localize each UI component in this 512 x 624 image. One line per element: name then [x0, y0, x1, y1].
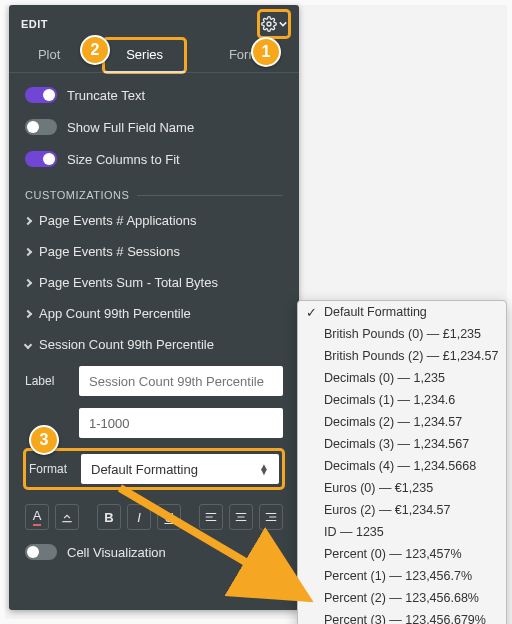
- menu-item[interactable]: Decimals (2) — 1,234.57: [298, 411, 506, 433]
- accordion-label: Page Events # Sessions: [39, 244, 180, 259]
- menu-item[interactable]: Percent (0) — 123,457%: [298, 543, 506, 565]
- chevron-down-icon: [24, 340, 32, 348]
- format-select[interactable]: Default Formatting ▲▼: [81, 454, 279, 484]
- chevron-right-icon: [24, 309, 32, 317]
- text-style-toolbar: A B I U: [9, 494, 299, 536]
- menu-item[interactable]: Decimals (4) — 1,234.5668: [298, 455, 506, 477]
- menu-item[interactable]: Decimals (0) — 1,235: [298, 367, 506, 389]
- range-input[interactable]: [79, 408, 283, 438]
- menu-item[interactable]: British Pounds (0) — £1,235: [298, 323, 506, 345]
- tab-plot[interactable]: Plot: [24, 39, 74, 72]
- menu-item[interactable]: Percent (1) — 123,456.7%: [298, 565, 506, 587]
- bold-button[interactable]: B: [97, 504, 121, 530]
- gear-icon[interactable]: [259, 11, 289, 37]
- select-arrows-icon: ▲▼: [259, 464, 269, 474]
- accordion-label: Session Count 99th Percentile: [39, 337, 214, 352]
- svg-point-0: [267, 22, 271, 26]
- chevron-right-icon: [24, 247, 32, 255]
- toggle-label: Cell Visualization: [67, 545, 166, 560]
- toggle-label: Truncate Text: [67, 88, 145, 103]
- accordion-item[interactable]: App Count 99th Percentile: [9, 298, 299, 329]
- accordion-item[interactable]: Session Count 99th Percentile: [9, 329, 299, 360]
- menu-item[interactable]: Euros (0) — €1,235: [298, 477, 506, 499]
- underline-button[interactable]: U: [157, 504, 181, 530]
- menu-item[interactable]: Decimals (3) — 1,234.567: [298, 433, 506, 455]
- panel-title: EDIT: [21, 18, 48, 30]
- edit-panel: EDIT Plot Series Format Truncate Text Sh…: [9, 5, 299, 610]
- chevron-right-icon: [24, 278, 32, 286]
- fill-color-button[interactable]: [55, 504, 79, 530]
- callout-3: 3: [29, 425, 59, 455]
- accordion-label: App Count 99th Percentile: [39, 306, 191, 321]
- font-color-button[interactable]: A: [25, 504, 49, 530]
- toggle-truncate[interactable]: [25, 87, 57, 103]
- label-input[interactable]: [79, 366, 283, 396]
- accordion-label: Page Events # Applications: [39, 213, 197, 228]
- format-value: Default Formatting: [91, 462, 198, 477]
- menu-item[interactable]: Percent (3) — 123,456.679%: [298, 609, 506, 624]
- toggle-label: Show Full Field Name: [67, 120, 194, 135]
- format-menu: Default Formatting British Pounds (0) — …: [297, 300, 507, 624]
- menu-item[interactable]: Decimals (1) — 1,234.6: [298, 389, 506, 411]
- toggle-fullname[interactable]: [25, 119, 57, 135]
- menu-item[interactable]: ID — 1235: [298, 521, 506, 543]
- accordion-item[interactable]: Page Events # Sessions: [9, 236, 299, 267]
- accordion-item[interactable]: Page Events Sum - Total Bytes: [9, 267, 299, 298]
- align-center-button[interactable]: [229, 504, 253, 530]
- menu-item[interactable]: British Pounds (2) — £1,234.57: [298, 345, 506, 367]
- align-right-button[interactable]: [259, 504, 283, 530]
- label-label: Label: [25, 374, 69, 388]
- align-left-button[interactable]: [199, 504, 223, 530]
- section-customizations: CUSTOMIZATIONS: [9, 175, 299, 205]
- menu-item[interactable]: Euros (2) — €1,234.57: [298, 499, 506, 521]
- menu-item[interactable]: Percent (2) — 123,456.68%: [298, 587, 506, 609]
- format-label: Format: [29, 462, 73, 476]
- accordion-item[interactable]: Page Events # Applications: [9, 205, 299, 236]
- callout-1: 1: [251, 37, 281, 67]
- chevron-right-icon: [24, 216, 32, 224]
- menu-item[interactable]: Default Formatting: [298, 301, 506, 323]
- accordion-label: Page Events Sum - Total Bytes: [39, 275, 218, 290]
- tab-series[interactable]: Series: [104, 39, 185, 72]
- italic-button[interactable]: I: [127, 504, 151, 530]
- callout-2: 2: [80, 35, 110, 65]
- toggle-label: Size Columns to Fit: [67, 152, 180, 167]
- toggle-fit[interactable]: [25, 151, 57, 167]
- toggle-cellvis[interactable]: [25, 544, 57, 560]
